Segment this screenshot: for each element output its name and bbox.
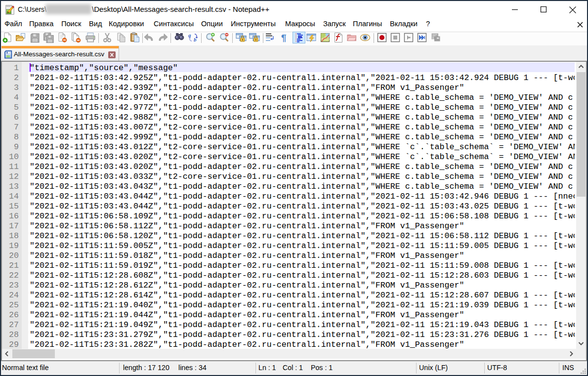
svg-text:¶: ¶: [281, 33, 287, 43]
